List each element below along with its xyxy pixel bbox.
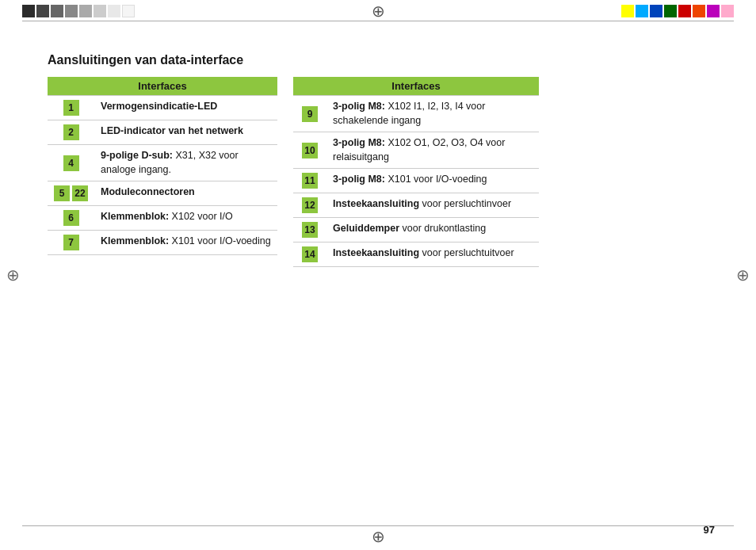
right-interface-table: Interfaces 9 3-polig M8: X102 I1, I2, I3… — [293, 77, 539, 267]
num-badge: 9 — [302, 106, 318, 122]
right-table-header: Interfaces — [293, 77, 539, 96]
top-left-color-squares — [22, 5, 135, 17]
table-row: 10 3-polig M8: X102 O1, O2, O3, O4 voor … — [293, 132, 539, 169]
num-badge: 11 — [302, 173, 318, 189]
right-crosshair: ⊕ — [736, 265, 750, 285]
page-number: 97 — [704, 524, 715, 536]
tables-row: Interfaces 1 Vermogensindicatie-LED 2 LE… — [48, 77, 708, 267]
table-row: 4 9-polige D-sub: X31, X32 voor analoge … — [48, 145, 277, 181]
num-badge: 10 — [302, 143, 318, 159]
table-row: 9 3-polig M8: X102 I1, I2, I3, I4 voor s… — [293, 96, 539, 132]
table-row: 12 Insteekaansluiting voor persluchtinvo… — [293, 193, 539, 218]
table-row: 1 Vermogensindicatie-LED — [48, 96, 277, 120]
num-badge: 2 — [63, 124, 79, 140]
page-container: ⊕ ⊕ ⊕ Aansluitingen van data-interface I… — [0, 0, 756, 550]
left-interface-table: Interfaces 1 Vermogensindicatie-LED 2 LE… — [48, 77, 277, 255]
section-title: Aansluitingen van data-interface — [48, 53, 708, 67]
table-row: 11 3-polig M8: X101 voor I/O-voeding — [293, 169, 539, 193]
table-row: 7 Klemmenblok: X101 voor I/O-voeding — [48, 231, 277, 255]
left-crosshair: ⊕ — [6, 265, 20, 285]
num-badge: 5 — [54, 185, 70, 201]
num-badge: 14 — [302, 246, 318, 262]
table-row: 2 LED-indicator van het netwerk — [48, 120, 277, 145]
main-content: Aansluitingen van data-interface Interfa… — [0, 21, 756, 525]
num-badge: 22 — [72, 185, 88, 201]
table-row: 13 Geluiddemper voor drukontlasting — [293, 218, 539, 243]
table-row: 6 Klemmenblok: X102 voor I/O — [48, 206, 277, 231]
bottom-crosshair: ⊕ — [372, 527, 385, 546]
left-table-header: Interfaces — [48, 77, 277, 96]
num-badge: 1 — [63, 100, 79, 116]
table-row: 5 22 Moduleconnectoren — [48, 181, 277, 206]
top-right-color-squares — [621, 5, 734, 17]
table-row: 14 Insteekaansluiting voor persluchtuitv… — [293, 243, 539, 267]
num-badge: 12 — [302, 197, 318, 213]
num-badge: 13 — [302, 222, 318, 238]
num-badge-pair: 5 22 — [54, 185, 88, 201]
top-crosshair: ⊕ — [372, 3, 385, 19]
num-badge: 6 — [63, 210, 79, 226]
num-badge: 4 — [63, 155, 79, 171]
num-badge: 7 — [63, 235, 79, 250]
